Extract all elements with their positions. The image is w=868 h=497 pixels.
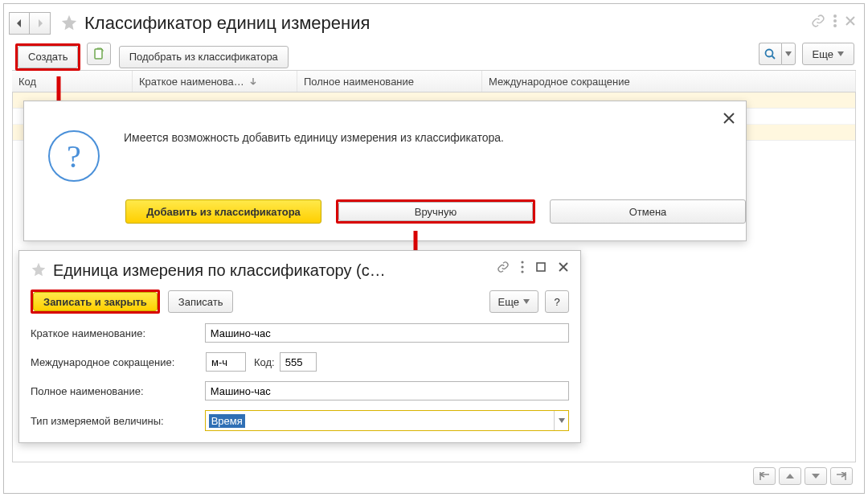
svg-point-2 — [833, 24, 837, 27]
measure-type-value: Время — [209, 414, 245, 428]
nav-up-button[interactable] — [779, 467, 801, 485]
window-header: Классификатор единиц измерения — [4, 9, 864, 38]
nav-back-button[interactable] — [9, 12, 30, 35]
measure-type-label: Тип измеряемой величины: — [31, 415, 205, 427]
intl-abbr-label: Международное сокращение: — [31, 356, 206, 368]
create-copy-button[interactable] — [87, 43, 111, 65]
intl-abbr-input[interactable] — [206, 352, 246, 372]
more-vert-icon[interactable] — [833, 14, 837, 30]
question-icon: ? — [48, 130, 100, 182]
add-method-dialog: ? Имеется возможность добавить единицу и… — [23, 101, 747, 241]
sort-asc-icon — [249, 76, 257, 88]
dialog-title: Единица измерения по классификатору (с… — [53, 261, 386, 280]
main-toolbar: Создать Подобрать из классификатора Еще — [4, 38, 864, 70]
full-name-input[interactable] — [205, 381, 569, 400]
page-title: Классификатор единиц измерения — [84, 13, 370, 34]
write-and-close-button[interactable]: Записать и закрыть — [33, 292, 158, 311]
svg-point-4 — [766, 50, 773, 57]
measure-type-select[interactable]: Время — [205, 410, 569, 431]
dialog-close-icon[interactable] — [558, 261, 569, 275]
dialog-text: Имеется возможность добавить единицу изм… — [124, 130, 504, 182]
more-button[interactable]: Еще — [489, 290, 538, 313]
maximize-icon[interactable] — [535, 261, 547, 275]
table-header: Код Краткое наименова… Полное наименован… — [12, 70, 856, 92]
short-name-label: Краткое наименование: — [31, 327, 205, 339]
unit-edit-dialog: Единица измерения по классификатору (с… … — [18, 250, 581, 443]
svg-point-1 — [833, 19, 837, 23]
more-vert-icon[interactable] — [521, 261, 524, 276]
col-code-header[interactable]: Код — [12, 71, 133, 92]
svg-point-5 — [521, 261, 523, 263]
write-button[interactable]: Записать — [168, 290, 234, 313]
short-name-input[interactable] — [205, 323, 569, 343]
link-icon[interactable] — [497, 261, 510, 276]
create-button-highlight: Создать — [15, 43, 80, 71]
window-close-icon[interactable] — [845, 15, 856, 29]
manual-button-highlight: Вручную — [336, 199, 535, 224]
col-full-header[interactable]: Полное наименование — [297, 71, 482, 92]
more-button-label: Еще — [813, 48, 833, 60]
svg-point-7 — [521, 270, 523, 273]
add-from-classifier-button[interactable]: Добавить из классификатора — [125, 199, 321, 224]
col-short-header[interactable]: Краткое наименова… — [133, 71, 297, 92]
full-name-label: Полное наименование: — [31, 385, 205, 397]
nav-forward-button[interactable] — [30, 12, 51, 35]
header-right-controls — [811, 14, 856, 31]
nav-last-button[interactable] — [830, 467, 853, 485]
nav-first-button[interactable] — [753, 467, 776, 485]
col-intl-header[interactable]: Международное сокращение — [482, 71, 856, 92]
write-close-highlight: Записать и закрыть — [31, 290, 160, 314]
cancel-button[interactable]: Отмена — [550, 199, 746, 224]
create-button[interactable]: Создать — [18, 46, 78, 68]
chevron-down-icon — [781, 43, 796, 65]
code-label: Код: — [254, 356, 275, 368]
search-dropdown[interactable] — [759, 43, 796, 65]
search-icon — [759, 43, 781, 65]
dialog-close-icon[interactable] — [722, 111, 736, 128]
help-button[interactable]: ? — [545, 290, 569, 313]
chevron-down-icon — [554, 411, 568, 430]
link-icon[interactable] — [811, 14, 825, 31]
svg-point-0 — [833, 14, 837, 18]
more-button[interactable]: Еще — [802, 43, 854, 65]
favorite-star-icon[interactable] — [31, 261, 47, 280]
code-input[interactable] — [280, 352, 317, 372]
pick-from-classifier-button[interactable]: Подобрать из классификатора — [119, 46, 289, 68]
nav-down-button[interactable] — [805, 467, 827, 485]
list-nav-controls — [750, 467, 853, 485]
manual-button[interactable]: Вручную — [338, 202, 533, 221]
svg-rect-3 — [95, 49, 102, 59]
svg-point-6 — [521, 265, 523, 268]
svg-rect-8 — [537, 263, 545, 271]
favorite-star-icon[interactable] — [60, 14, 78, 34]
